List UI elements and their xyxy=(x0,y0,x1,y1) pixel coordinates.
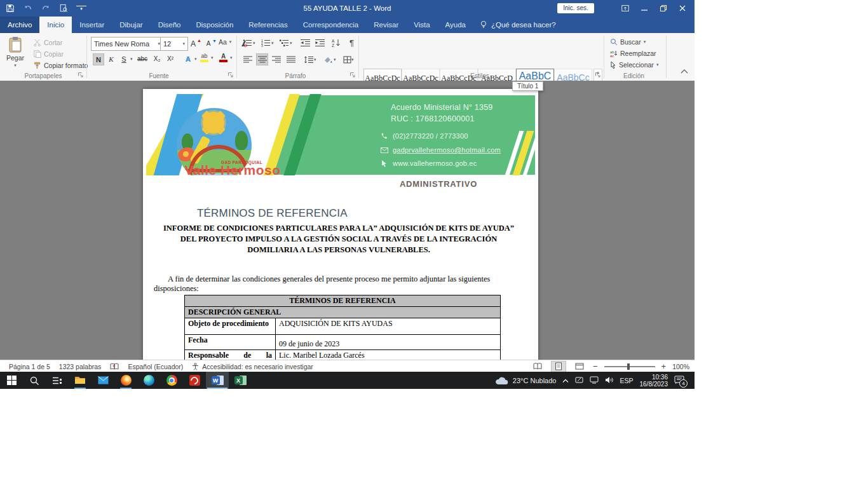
multilevel-list-icon[interactable] xyxy=(279,37,290,48)
email-text[interactable]: gadprvallehermoso@hotmail.com xyxy=(393,146,501,154)
file-explorer-button[interactable] xyxy=(69,372,92,389)
grow-font-button[interactable]: A▲ xyxy=(188,38,201,49)
font-name-select[interactable]: Times New Roma ▾ xyxy=(91,37,163,51)
search-icon xyxy=(29,376,39,386)
align-left-icon[interactable] xyxy=(242,54,253,65)
styles-dialog-launcher-icon[interactable] xyxy=(595,72,602,79)
document-page[interactable]: GAD PARROQUIAL Valle Hermoso Acuerdo Min… xyxy=(143,89,538,360)
intro-paragraph[interactable]: A fin de determinar las condiciones gene… xyxy=(154,274,500,294)
paragraph-dialog-launcher-icon[interactable] xyxy=(349,72,356,79)
tell-me-box[interactable]: ¿Qué desea hacer? xyxy=(473,17,556,33)
font-color-button[interactable]: A ▾ xyxy=(219,53,233,62)
zoom-level[interactable]: 100% xyxy=(672,363,689,370)
bullets-icon[interactable] xyxy=(242,37,253,48)
restore-button[interactable] xyxy=(654,0,673,17)
align-center-icon[interactable] xyxy=(256,53,268,65)
close-button[interactable] xyxy=(673,0,692,17)
chrome-button[interactable] xyxy=(160,372,183,389)
minimize-button[interactable] xyxy=(635,0,654,17)
underline-glyph: S xyxy=(119,53,129,64)
line-spacing-icon[interactable] xyxy=(303,54,314,65)
network-icon[interactable] xyxy=(590,376,599,385)
zoom-out-icon[interactable]: − xyxy=(593,362,598,371)
task-view-button[interactable] xyxy=(46,372,69,389)
strikethrough-button[interactable]: abc xyxy=(135,53,149,64)
sort-icon[interactable]: AZ xyxy=(331,37,342,48)
align-right-icon[interactable] xyxy=(271,54,281,65)
find-button[interactable]: Buscar▾ xyxy=(610,38,646,46)
highlight-glyph: ab xyxy=(201,53,207,59)
select-button[interactable]: Seleccionar▾ xyxy=(610,61,658,69)
tab-diseno[interactable]: Diseño xyxy=(151,17,189,33)
format-painter-button[interactable]: Copiar formato xyxy=(33,61,88,69)
firefox-button[interactable] xyxy=(114,372,137,389)
pen-input-icon[interactable] xyxy=(575,376,583,385)
justify-icon[interactable] xyxy=(285,54,296,65)
sign-in-button[interactable]: Inic. ses. xyxy=(557,3,594,13)
proofing-status-icon[interactable] xyxy=(110,363,119,370)
tab-revisar[interactable]: Revisar xyxy=(366,17,406,33)
numbering-icon[interactable]: 123 xyxy=(261,37,271,48)
tab-inicio[interactable]: Inicio xyxy=(39,17,72,33)
volume-icon[interactable] xyxy=(605,376,613,385)
paste-button[interactable]: Pegar ▾ xyxy=(4,36,27,68)
zoom-slider-thumb[interactable] xyxy=(627,363,630,370)
web-text[interactable]: www.vallehermoso.gob.ec xyxy=(393,159,477,167)
italic-button[interactable]: K xyxy=(106,53,116,64)
change-case-button[interactable]: Aa▾ xyxy=(219,38,231,46)
clipboard-dialog-launcher-icon[interactable] xyxy=(78,72,85,79)
tab-disposicion[interactable]: Disposición xyxy=(188,17,241,33)
language-indicator[interactable]: Español (Ecuador) xyxy=(128,363,183,370)
tray-expand-icon[interactable] xyxy=(562,377,569,384)
underline-button[interactable]: S▾ xyxy=(119,53,133,64)
cut-button[interactable]: Cortar xyxy=(33,38,62,46)
word-count[interactable]: 1323 palabras xyxy=(59,363,102,370)
shrink-font-button[interactable]: A▼ xyxy=(203,38,217,49)
shading-icon[interactable] xyxy=(323,54,334,65)
decrease-indent-icon[interactable] xyxy=(300,37,311,48)
page-indicator[interactable]: Página 1 de 5 xyxy=(9,363,50,370)
mail-button[interactable] xyxy=(92,372,114,389)
ribbon-display-options-icon[interactable] xyxy=(616,0,635,17)
tab-dibujar[interactable]: Dibujar xyxy=(112,17,150,33)
zoom-in-icon[interactable]: + xyxy=(661,362,667,371)
excel-button[interactable]: X xyxy=(229,372,252,389)
acrobat-button[interactable] xyxy=(183,372,206,389)
clock[interactable]: 10:36 16/8/2023 xyxy=(640,374,668,388)
increase-indent-icon[interactable] xyxy=(315,37,325,48)
tab-archivo[interactable]: Archivo xyxy=(0,17,39,33)
edge-button[interactable] xyxy=(137,372,160,389)
clipboard-icon xyxy=(8,36,23,53)
replace-button[interactable]: abac Reemplazar xyxy=(610,50,656,57)
taskbar-search-button[interactable] xyxy=(23,372,46,389)
word-button[interactable]: W xyxy=(206,372,229,389)
start-button[interactable] xyxy=(0,372,23,389)
document-heading[interactable]: TÉRMINOS DE REFERENCIA xyxy=(197,207,348,220)
action-center-button[interactable]: 4 xyxy=(674,376,684,386)
tab-referencias[interactable]: Referencias xyxy=(241,17,295,33)
superscript-button[interactable]: X² xyxy=(165,53,175,64)
font-size-select[interactable]: 12 ▾ xyxy=(160,37,188,51)
collapse-ribbon-icon[interactable] xyxy=(680,69,689,76)
text-effects-button[interactable]: A▾ xyxy=(183,53,197,64)
bold-button[interactable]: N xyxy=(93,53,104,65)
highlight-color-button[interactable]: ab ▾ xyxy=(200,53,214,62)
font-group-label: Fuente xyxy=(127,72,191,79)
print-layout-icon[interactable] xyxy=(551,361,566,372)
tab-correspondencia[interactable]: Correspondencia xyxy=(295,17,367,33)
font-dialog-launcher-icon[interactable] xyxy=(227,72,234,79)
web-layout-icon[interactable] xyxy=(573,362,587,372)
keyboard-language[interactable]: ESP xyxy=(620,377,633,384)
read-mode-icon[interactable] xyxy=(531,362,545,372)
informe-paragraph[interactable]: INFORME DE CONDICIONES PARTICULARES PARA… xyxy=(154,223,523,255)
tab-ayuda[interactable]: Ayuda xyxy=(438,17,473,33)
tab-insertar[interactable]: Insertar xyxy=(72,17,112,33)
accessibility-status[interactable]: Accesibilidad: es necesario investigar xyxy=(192,363,313,370)
weather-widget[interactable]: 23°C Nublado xyxy=(495,376,557,385)
zoom-slider[interactable] xyxy=(604,366,655,367)
subscript-button[interactable]: X₂ xyxy=(152,53,162,64)
copy-button[interactable]: Copiar xyxy=(33,50,64,58)
tab-vista[interactable]: Vista xyxy=(406,17,437,33)
reference-table[interactable]: TÉRMINOS DE REFERENCIA DESCRIPCIÓN GENER… xyxy=(184,295,501,360)
pilcrow-icon[interactable]: ¶ xyxy=(346,37,357,48)
